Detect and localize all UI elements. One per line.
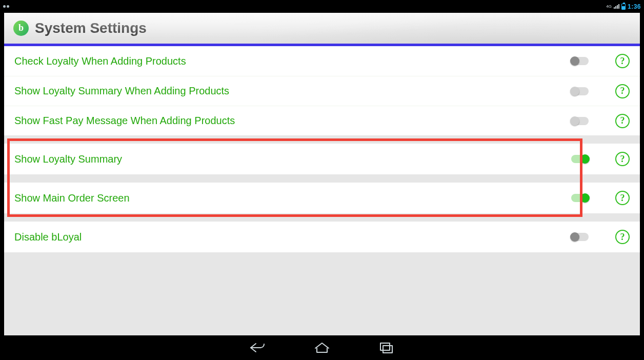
setting-label: Show Loyalty Summary When Adding Product… xyxy=(14,85,571,97)
nav-home-icon[interactable] xyxy=(313,338,331,357)
settings-group-3: Disable bLoyal ? xyxy=(4,222,640,252)
svg-rect-0 xyxy=(380,343,390,350)
status-clock: 1:36 xyxy=(628,3,641,10)
frame-border-left xyxy=(0,13,4,335)
setting-row-show-loyalty-summary: Show Loyalty Summary ? xyxy=(4,144,640,174)
setting-row-show-fast-pay-adding: Show Fast Pay Message When Adding Produc… xyxy=(4,106,640,135)
help-icon[interactable]: ? xyxy=(615,84,630,98)
nav-recents-icon[interactable] xyxy=(377,338,396,357)
settings-group-0: Check Loyalty When Adding Products ? Sho… xyxy=(4,46,640,135)
setting-row-show-loyalty-summary-adding: Show Loyalty Summary When Adding Product… xyxy=(4,76,640,106)
setting-row-disable-bloyal: Disable bLoyal ? xyxy=(4,222,640,252)
setting-label: Show Loyalty Summary xyxy=(14,153,571,165)
help-icon[interactable]: ? xyxy=(615,54,630,68)
toggle-show-loyalty-summary[interactable] xyxy=(571,155,589,163)
network-4g-label: 4G xyxy=(606,5,612,9)
settings-group-2: Show Main Order Screen ? xyxy=(4,183,640,213)
toggle-show-main-order-screen[interactable] xyxy=(571,194,589,202)
help-icon[interactable]: ? xyxy=(615,114,630,128)
android-status-bar: 4G 1:36 xyxy=(0,0,644,13)
status-right-icons: 4G 1:36 xyxy=(606,3,641,10)
apps-icon xyxy=(3,5,6,8)
toggle-disable-bloyal[interactable] xyxy=(571,233,589,241)
toggle-show-fast-pay-adding[interactable] xyxy=(571,117,589,125)
toggle-check-loyalty-adding[interactable] xyxy=(571,57,589,65)
settings-group-1: Show Loyalty Summary ? xyxy=(4,144,640,174)
settings-content: Check Loyalty When Adding Products ? Sho… xyxy=(4,46,640,335)
help-icon[interactable]: ? xyxy=(615,230,630,244)
setting-row-check-loyalty-adding: Check Loyalty When Adding Products ? xyxy=(4,46,640,76)
setting-label: Disable bLoyal xyxy=(14,231,571,243)
nav-back-icon[interactable] xyxy=(248,338,267,357)
apps-icon xyxy=(7,5,9,8)
status-left-icons xyxy=(3,3,10,10)
help-icon[interactable]: ? xyxy=(615,152,630,166)
device-frame: 4G 1:36 System Settings Check Loyalty Wh… xyxy=(0,0,644,360)
bloyal-logo-icon xyxy=(13,21,29,36)
setting-label: Show Fast Pay Message When Adding Produc… xyxy=(14,115,571,127)
signal-icon xyxy=(614,4,619,9)
setting-row-show-main-order-screen: Show Main Order Screen ? xyxy=(4,183,640,213)
page-title: System Settings xyxy=(35,20,147,36)
svg-rect-1 xyxy=(383,346,392,353)
help-icon[interactable]: ? xyxy=(615,191,630,205)
toggle-show-loyalty-summary-adding[interactable] xyxy=(571,87,589,95)
app-header: System Settings xyxy=(4,13,640,44)
setting-label: Check Loyalty When Adding Products xyxy=(14,55,571,67)
group-spacer xyxy=(4,213,640,222)
group-spacer xyxy=(4,135,640,144)
android-nav-bar xyxy=(0,335,644,360)
battery-icon xyxy=(621,4,626,10)
group-spacer xyxy=(4,174,640,183)
frame-border-right xyxy=(640,13,644,335)
setting-label: Show Main Order Screen xyxy=(14,192,571,204)
